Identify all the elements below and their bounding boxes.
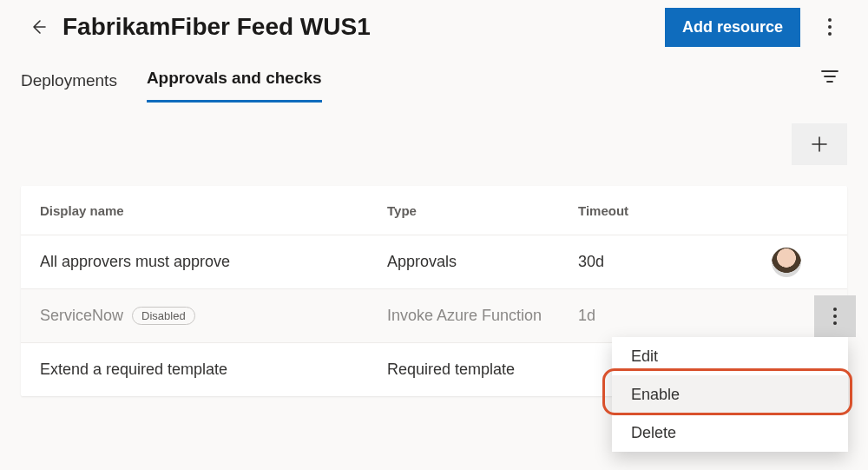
menu-item-enable[interactable]: Enable [612, 375, 848, 414]
row-name: All approvers must approve [40, 253, 230, 271]
row-name: Extend a required template [40, 361, 227, 379]
plus-icon [811, 136, 828, 153]
disabled-badge: Disabled [132, 307, 195, 325]
svg-point-3 [833, 308, 837, 311]
arrow-left-icon [30, 18, 47, 36]
row-type: Required template [387, 361, 578, 379]
svg-point-1 [828, 25, 832, 29]
table-row[interactable]: ServiceNow Disabled Invoke Azure Functio… [21, 288, 847, 342]
col-header-timeout: Timeout [578, 203, 717, 218]
row-name: ServiceNow [40, 307, 123, 325]
filter-button[interactable] [812, 59, 847, 94]
tab-deployments[interactable]: Deployments [21, 71, 117, 103]
more-vertical-icon [832, 307, 838, 326]
menu-item-delete[interactable]: Delete [612, 414, 848, 452]
add-resource-button[interactable]: Add resource [665, 8, 800, 47]
row-type: Invoke Azure Function [387, 307, 578, 325]
table-row[interactable]: All approvers must approve Approvals 30d [21, 235, 847, 288]
row-type: Approvals [387, 253, 578, 271]
header-more-button[interactable] [812, 10, 847, 44]
row-timeout: 1d [578, 307, 717, 325]
menu-item-edit[interactable]: Edit [612, 337, 848, 375]
row-context-menu: Edit Enable Delete [612, 337, 848, 452]
row-more-button[interactable] [814, 295, 856, 337]
row-timeout: 30d [578, 253, 717, 271]
filter-icon [820, 69, 839, 84]
svg-point-5 [833, 321, 837, 325]
col-header-name: Display name [40, 203, 387, 218]
avatar [772, 248, 801, 277]
svg-point-2 [828, 32, 832, 36]
back-button[interactable] [21, 10, 56, 44]
svg-point-4 [833, 314, 837, 318]
svg-point-0 [828, 18, 832, 22]
page-title: FabrikamFiber Feed WUS1 [62, 13, 665, 41]
tab-approvals-and-checks[interactable]: Approvals and checks [147, 69, 322, 103]
col-header-type: Type [387, 203, 578, 218]
more-vertical-icon [827, 17, 832, 36]
add-check-button[interactable] [792, 123, 847, 165]
